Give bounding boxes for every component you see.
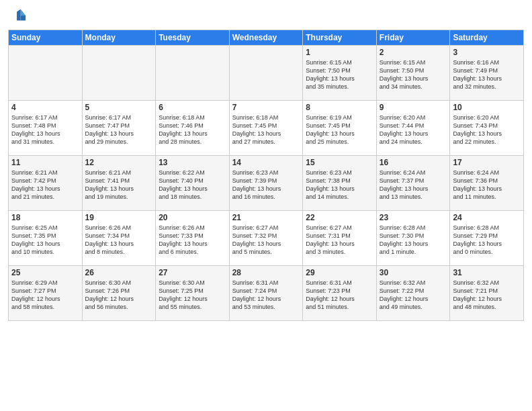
day-info: Sunrise: 6:28 AM Sunset: 7:29 PM Dayligh… xyxy=(453,224,521,257)
day-number: 12 xyxy=(85,158,153,167)
calendar-week-row: 4Sunrise: 6:17 AM Sunset: 7:48 PM Daylig… xyxy=(9,101,524,156)
day-info: Sunrise: 6:23 AM Sunset: 7:38 PM Dayligh… xyxy=(306,169,373,201)
calendar-cell: 30Sunrise: 6:32 AM Sunset: 7:22 PM Dayli… xyxy=(376,266,450,321)
calendar-cell: 28Sunrise: 6:31 AM Sunset: 7:24 PM Dayli… xyxy=(229,266,303,321)
calendar-cell: 31Sunrise: 6:32 AM Sunset: 7:21 PM Dayli… xyxy=(450,266,524,321)
calendar-cell: 15Sunrise: 6:23 AM Sunset: 7:38 PM Dayli… xyxy=(303,156,377,211)
day-info: Sunrise: 6:18 AM Sunset: 7:45 PM Dayligh… xyxy=(232,113,300,146)
day-info: Sunrise: 6:27 AM Sunset: 7:32 PM Dayligh… xyxy=(232,224,300,257)
day-info: Sunrise: 6:23 AM Sunset: 7:39 PM Dayligh… xyxy=(232,169,300,201)
day-info: Sunrise: 6:17 AM Sunset: 7:48 PM Dayligh… xyxy=(11,113,79,146)
calendar-cell: 1Sunrise: 6:15 AM Sunset: 7:50 PM Daylig… xyxy=(303,46,377,101)
day-number: 10 xyxy=(453,103,521,112)
day-info: Sunrise: 6:24 AM Sunset: 7:37 PM Dayligh… xyxy=(380,169,447,201)
calendar-cell: 22Sunrise: 6:27 AM Sunset: 7:31 PM Dayli… xyxy=(303,211,377,266)
calendar-cell: 2Sunrise: 6:15 AM Sunset: 7:50 PM Daylig… xyxy=(376,46,450,101)
day-number: 5 xyxy=(85,103,153,112)
day-number: 19 xyxy=(85,213,153,222)
weekday-header: Thursday xyxy=(303,30,377,46)
calendar-cell: 8Sunrise: 6:19 AM Sunset: 7:45 PM Daylig… xyxy=(303,101,377,156)
day-info: Sunrise: 6:32 AM Sunset: 7:21 PM Dayligh… xyxy=(453,279,521,312)
day-number: 29 xyxy=(306,268,373,277)
day-info: Sunrise: 6:31 AM Sunset: 7:24 PM Dayligh… xyxy=(232,279,300,312)
calendar-cell: 19Sunrise: 6:26 AM Sunset: 7:34 PM Dayli… xyxy=(82,211,156,266)
day-number: 4 xyxy=(11,103,79,112)
calendar-cell: 12Sunrise: 6:21 AM Sunset: 7:41 PM Dayli… xyxy=(82,156,156,211)
day-info: Sunrise: 6:16 AM Sunset: 7:49 PM Dayligh… xyxy=(453,58,521,91)
day-number: 20 xyxy=(159,213,226,222)
day-number: 18 xyxy=(11,213,79,222)
page-container: SundayMondayTuesdayWednesdayThursdayFrid… xyxy=(0,0,532,411)
day-number: 2 xyxy=(380,48,447,57)
day-info: Sunrise: 6:21 AM Sunset: 7:42 PM Dayligh… xyxy=(11,169,79,201)
calendar-cell: 24Sunrise: 6:28 AM Sunset: 7:29 PM Dayli… xyxy=(450,211,524,266)
day-info: Sunrise: 6:20 AM Sunset: 7:43 PM Dayligh… xyxy=(453,113,521,146)
day-number: 1 xyxy=(306,48,373,57)
day-number: 24 xyxy=(453,213,521,222)
calendar-cell: 5Sunrise: 6:17 AM Sunset: 7:47 PM Daylig… xyxy=(82,101,156,156)
day-number: 17 xyxy=(453,158,521,167)
calendar-table: SundayMondayTuesdayWednesdayThursdayFrid… xyxy=(8,30,524,321)
day-info: Sunrise: 6:28 AM Sunset: 7:30 PM Dayligh… xyxy=(380,224,447,257)
calendar-cell: 16Sunrise: 6:24 AM Sunset: 7:37 PM Dayli… xyxy=(376,156,450,211)
day-number: 25 xyxy=(11,268,79,277)
day-number: 23 xyxy=(380,213,447,222)
logo xyxy=(8,7,30,26)
day-number: 16 xyxy=(380,158,447,167)
calendar-cell xyxy=(156,46,230,101)
day-number: 14 xyxy=(232,158,300,167)
svg-marker-2 xyxy=(17,9,21,21)
calendar-cell: 3Sunrise: 6:16 AM Sunset: 7:49 PM Daylig… xyxy=(450,46,524,101)
weekday-header: Sunday xyxy=(9,30,83,46)
day-number: 11 xyxy=(11,158,79,167)
day-number: 6 xyxy=(159,103,226,112)
calendar-week-row: 18Sunrise: 6:25 AM Sunset: 7:35 PM Dayli… xyxy=(9,211,524,266)
day-number: 27 xyxy=(159,268,226,277)
svg-marker-0 xyxy=(21,9,26,15)
logo-icon xyxy=(8,7,27,26)
day-number: 13 xyxy=(159,158,226,167)
day-number: 3 xyxy=(453,48,521,57)
calendar-cell: 29Sunrise: 6:31 AM Sunset: 7:23 PM Dayli… xyxy=(303,266,377,321)
calendar-cell: 25Sunrise: 6:29 AM Sunset: 7:27 PM Dayli… xyxy=(9,266,83,321)
calendar-cell: 18Sunrise: 6:25 AM Sunset: 7:35 PM Dayli… xyxy=(9,211,83,266)
day-info: Sunrise: 6:21 AM Sunset: 7:41 PM Dayligh… xyxy=(85,169,153,201)
calendar-cell: 9Sunrise: 6:20 AM Sunset: 7:44 PM Daylig… xyxy=(376,101,450,156)
day-info: Sunrise: 6:30 AM Sunset: 7:25 PM Dayligh… xyxy=(159,279,226,312)
calendar-week-row: 11Sunrise: 6:21 AM Sunset: 7:42 PM Dayli… xyxy=(9,156,524,211)
day-info: Sunrise: 6:29 AM Sunset: 7:27 PM Dayligh… xyxy=(11,279,79,312)
calendar-cell xyxy=(9,46,83,101)
weekday-header: Friday xyxy=(376,30,450,46)
day-info: Sunrise: 6:24 AM Sunset: 7:36 PM Dayligh… xyxy=(453,169,521,201)
day-info: Sunrise: 6:22 AM Sunset: 7:40 PM Dayligh… xyxy=(159,169,226,201)
day-info: Sunrise: 6:26 AM Sunset: 7:33 PM Dayligh… xyxy=(159,224,226,257)
day-number: 21 xyxy=(232,213,300,222)
day-info: Sunrise: 6:19 AM Sunset: 7:45 PM Dayligh… xyxy=(306,113,373,146)
day-number: 9 xyxy=(380,103,447,112)
weekday-header: Saturday xyxy=(450,30,524,46)
calendar-cell: 11Sunrise: 6:21 AM Sunset: 7:42 PM Dayli… xyxy=(9,156,83,211)
calendar-cell xyxy=(229,46,303,101)
day-number: 15 xyxy=(306,158,373,167)
calendar-cell: 10Sunrise: 6:20 AM Sunset: 7:43 PM Dayli… xyxy=(450,101,524,156)
day-number: 30 xyxy=(380,268,447,277)
calendar-cell: 21Sunrise: 6:27 AM Sunset: 7:32 PM Dayli… xyxy=(229,211,303,266)
calendar-cell: 27Sunrise: 6:30 AM Sunset: 7:25 PM Dayli… xyxy=(156,266,230,321)
day-number: 28 xyxy=(232,268,300,277)
calendar-cell xyxy=(82,46,156,101)
day-number: 26 xyxy=(85,268,153,277)
calendar-cell: 13Sunrise: 6:22 AM Sunset: 7:40 PM Dayli… xyxy=(156,156,230,211)
day-number: 22 xyxy=(306,213,373,222)
svg-marker-1 xyxy=(21,15,26,20)
page-header xyxy=(8,7,524,26)
calendar-cell: 14Sunrise: 6:23 AM Sunset: 7:39 PM Dayli… xyxy=(229,156,303,211)
day-info: Sunrise: 6:31 AM Sunset: 7:23 PM Dayligh… xyxy=(306,279,373,312)
day-info: Sunrise: 6:18 AM Sunset: 7:46 PM Dayligh… xyxy=(159,113,226,146)
day-info: Sunrise: 6:26 AM Sunset: 7:34 PM Dayligh… xyxy=(85,224,153,257)
day-info: Sunrise: 6:27 AM Sunset: 7:31 PM Dayligh… xyxy=(306,224,373,257)
day-info: Sunrise: 6:20 AM Sunset: 7:44 PM Dayligh… xyxy=(380,113,447,146)
day-info: Sunrise: 6:17 AM Sunset: 7:47 PM Dayligh… xyxy=(85,113,153,146)
calendar-cell: 17Sunrise: 6:24 AM Sunset: 7:36 PM Dayli… xyxy=(450,156,524,211)
calendar-cell: 20Sunrise: 6:26 AM Sunset: 7:33 PM Dayli… xyxy=(156,211,230,266)
weekday-header: Tuesday xyxy=(156,30,230,46)
